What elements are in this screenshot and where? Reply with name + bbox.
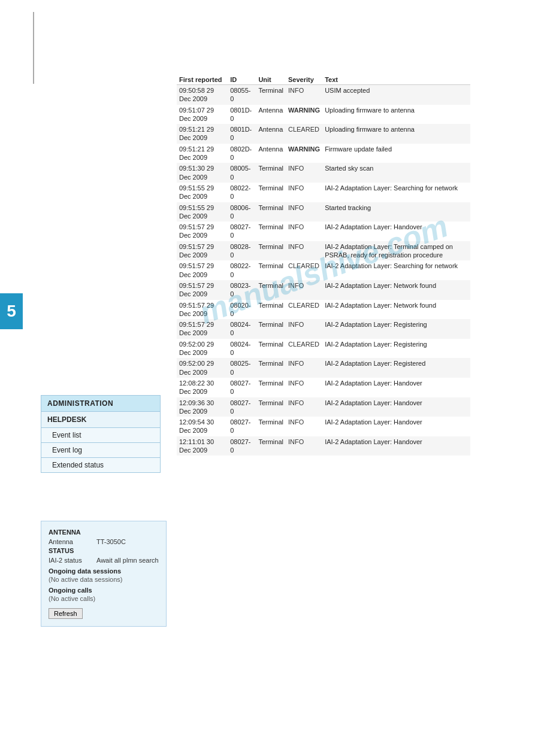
sidebar-item-extended-status[interactable]: Extended status (41, 458, 161, 473)
table-cell-1: 08027-0 (228, 221, 256, 241)
table-cell-2: Terminal (256, 417, 286, 436)
table-cell-1: 08024-0 (228, 339, 256, 359)
table-cell-2: Terminal (256, 183, 286, 202)
refresh-button[interactable]: Refresh (49, 608, 83, 619)
table-cell-2: Terminal (256, 85, 286, 105)
table-cell-0: 09:52:00 29 Dec 2009 (177, 339, 228, 359)
table-cell-2: Terminal (256, 280, 286, 300)
table-cell-4: IAI-2 Adaptation Layer: Registering (322, 339, 470, 359)
helpdesk-section-header: HELPDESK (41, 412, 161, 428)
table-cell-3: INFO (286, 202, 322, 222)
table-row: 12:09:36 30 Dec 200908027-0TerminalINFOI… (177, 397, 470, 417)
table-cell-0: 12:09:54 30 Dec 2009 (177, 417, 228, 436)
table-cell-4: Uploading firmware to antenna (322, 105, 470, 125)
table-cell-1: 08006-0 (228, 202, 256, 222)
table-cell-3: WARNING (286, 144, 322, 163)
table-cell-0: 09:51:30 29 Dec 2009 (177, 163, 228, 183)
table-cell-2: Terminal (256, 300, 286, 320)
table-cell-0: 12:08:22 30 Dec 2009 (177, 378, 228, 397)
table-cell-4: IAI-2 Adaptation Layer: Handover (322, 397, 470, 417)
table-row: 09:50:58 29 Dec 200908055-0TerminalINFOU… (177, 85, 470, 105)
table-header-row: First reported ID Unit Severity Text (177, 75, 470, 85)
table-row: 12:09:54 30 Dec 200908027-0TerminalINFOI… (177, 417, 470, 436)
table-cell-3: INFO (286, 378, 322, 397)
table-cell-0: 09:51:55 29 Dec 2009 (177, 183, 228, 202)
table-cell-0: 09:50:58 29 Dec 2009 (177, 85, 228, 105)
antenna-section-title: ANTENNA (49, 529, 159, 536)
col-header-unit: Unit (256, 75, 286, 85)
left-vertical-line (33, 12, 34, 84)
table-cell-3: INFO (286, 436, 322, 456)
table-cell-4: Firmware update failed (322, 144, 470, 163)
table-cell-4: USIM accepted (322, 85, 470, 105)
table-cell-2: Terminal (256, 319, 286, 339)
table-cell-0: 12:09:36 30 Dec 2009 (177, 397, 228, 417)
table-cell-3: CLEARED (286, 300, 322, 320)
status-panel: ANTENNA Antenna TT-3050C STATUS IAI-2 st… (41, 521, 167, 627)
table-cell-4: IAI-2 Adaptation Layer: Registered (322, 358, 470, 378)
table-cell-0: 09:51:57 29 Dec 2009 (177, 300, 228, 320)
table-cell-3: INFO (286, 417, 322, 436)
sidebar: ADMINISTRATION HELPDESK Event list Event… (41, 395, 161, 473)
table-cell-4: IAI-2 Adaptation Layer: Searching for ne… (322, 183, 470, 202)
table-row: 12:11:01 30 Dec 200908027-0TerminalINFOI… (177, 436, 470, 456)
table-row: 09:51:30 29 Dec 200908005-0TerminalINFOS… (177, 163, 470, 183)
table-cell-2: Terminal (256, 358, 286, 378)
table-row: 09:51:57 29 Dec 200908020-0TerminalCLEAR… (177, 300, 470, 320)
table-cell-1: 08005-0 (228, 163, 256, 183)
log-table: First reported ID Unit Severity Text 09:… (177, 75, 470, 456)
table-cell-1: 08027-0 (228, 417, 256, 436)
table-cell-4: IAI-2 Adaptation Layer: Handover (322, 221, 470, 241)
section-number-tab: 5 (0, 293, 23, 329)
table-cell-4: IAI-2 Adaptation Layer: Handover (322, 378, 470, 397)
table-cell-0: 09:51:21 29 Dec 2009 (177, 124, 228, 144)
table-cell-0: 09:51:57 29 Dec 2009 (177, 260, 228, 280)
table-cell-2: Terminal (256, 397, 286, 417)
table-cell-3: CLEARED (286, 339, 322, 359)
status-section-title: STATUS (49, 547, 159, 554)
table-cell-3: WARNING (286, 105, 322, 125)
table-cell-4: IAI-2 Adaptation Layer: Registering (322, 319, 470, 339)
col-header-id: ID (228, 75, 256, 85)
table-cell-4: Uploading firmware to antenna (322, 124, 470, 144)
table-row: 09:52:00 29 Dec 200908024-0TerminalCLEAR… (177, 339, 470, 359)
table-cell-0: 09:51:21 29 Dec 2009 (177, 144, 228, 163)
ongoing-calls-title: Ongoing calls (49, 587, 159, 594)
table-cell-3: INFO (286, 221, 322, 241)
table-cell-3: INFO (286, 280, 322, 300)
iai2-status-row: IAI-2 status Await all plmn search (49, 557, 159, 564)
table-row: 09:51:55 29 Dec 200908022-0TerminalINFOI… (177, 183, 470, 202)
table-cell-4: IAI-2 Adaptation Layer: Network found (322, 280, 470, 300)
table-row: 09:51:21 29 Dec 20090801D-0AntennaCLEARE… (177, 124, 470, 144)
table-cell-0: 09:51:57 29 Dec 2009 (177, 280, 228, 300)
table-cell-0: 09:51:55 29 Dec 2009 (177, 202, 228, 222)
table-cell-1: 08020-0 (228, 300, 256, 320)
table-cell-3: INFO (286, 397, 322, 417)
iai2-value: Await all plmn search (96, 557, 159, 564)
table-row: 09:51:57 29 Dec 200908023-0TerminalINFOI… (177, 280, 470, 300)
table-cell-0: 09:51:57 29 Dec 2009 (177, 319, 228, 339)
iai2-label: IAI-2 status (49, 557, 96, 564)
table-cell-2: Terminal (256, 202, 286, 222)
table-cell-3: INFO (286, 163, 322, 183)
sidebar-item-event-log[interactable]: Event log (41, 443, 161, 458)
table-cell-3: INFO (286, 241, 322, 261)
table-cell-1: 08022-0 (228, 183, 256, 202)
table-cell-2: Terminal (256, 221, 286, 241)
table-row: 09:51:57 29 Dec 200908024-0TerminalINFOI… (177, 319, 470, 339)
table-cell-2: Terminal (256, 436, 286, 456)
table-cell-1: 08023-0 (228, 280, 256, 300)
data-sessions-note: (No active data sessions) (49, 576, 159, 583)
antenna-value: TT-3050C (96, 538, 126, 545)
table-cell-0: 09:52:00 29 Dec 2009 (177, 358, 228, 378)
table-cell-2: Terminal (256, 260, 286, 280)
table-cell-4: Started sky scan (322, 163, 470, 183)
table-cell-0: 09:51:57 29 Dec 2009 (177, 241, 228, 261)
sidebar-item-event-list[interactable]: Event list (41, 428, 161, 443)
table-cell-1: 08027-0 (228, 378, 256, 397)
col-header-text: Text (322, 75, 470, 85)
data-sessions-title: Ongoing data sessions (49, 567, 159, 575)
table-cell-1: 08024-0 (228, 319, 256, 339)
table-cell-0: 12:11:01 30 Dec 2009 (177, 436, 228, 456)
table-cell-4: IAI-2 Adaptation Layer: Searching for ne… (322, 260, 470, 280)
